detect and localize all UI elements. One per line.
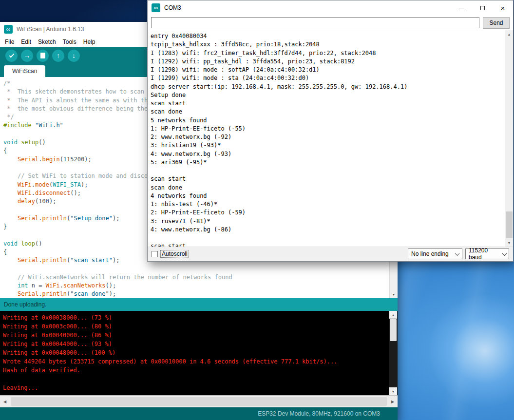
code-line: // WiFi.scanNetworks will return the num…: [3, 273, 386, 282]
arduino-logo-icon: ∞: [152, 3, 160, 12]
wallpaper-light-flare: [429, 295, 514, 407]
check-icon: [9, 52, 14, 57]
serial-scrollbar-thumb[interactable]: [506, 211, 513, 238]
line-ending-value: No line ending: [411, 250, 449, 257]
scroll-down-icon[interactable]: ▼: [389, 387, 397, 395]
open-sketch-button[interactable]: ↑: [52, 50, 64, 62]
code-line: [3, 265, 386, 273]
save-sketch-button[interactable]: ↓: [68, 50, 80, 62]
screen: ∞ WiFiScan | Arduino 1.6.13 FileEditSket…: [0, 0, 514, 420]
minimize-button[interactable]: [452, 0, 472, 15]
console-output-text: Writing at 0x00038000... (73 %) Writing …: [0, 311, 398, 392]
board-port-status: ESP32 Dev Module, 80MHz, 921600 on COM3: [258, 410, 380, 417]
chevron-down-icon: [502, 251, 507, 256]
scroll-down-icon[interactable]: ▼: [505, 239, 513, 247]
serial-output-text: entry 0x40080034 tcpip_task_hdlxxx : 3ff…: [148, 30, 513, 247]
baud-rate-value: 115200 baud: [469, 247, 500, 261]
scroll-right-icon[interactable]: ▶: [388, 396, 398, 407]
serial-titlebar[interactable]: ∞ COM3 ×: [148, 0, 513, 15]
status-message: Done uploading.: [4, 301, 46, 308]
scroll-up-icon[interactable]: ▲: [505, 30, 513, 38]
tab-wifiscan[interactable]: WiFiScan: [4, 65, 45, 77]
autoscroll-checkbox[interactable]: [152, 251, 158, 257]
arduino-logo-icon: ∞: [4, 25, 13, 34]
baud-rate-dropdown[interactable]: 115200 baud: [465, 248, 509, 259]
serial-send-input[interactable]: [151, 17, 479, 28]
menu-sketch[interactable]: Sketch: [35, 38, 59, 45]
chevron-down-icon: [455, 251, 460, 256]
code-line: Serial.println("scan done");: [3, 290, 386, 298]
menu-help[interactable]: Help: [80, 38, 99, 45]
autoscroll-label[interactable]: Autoscroll: [161, 250, 189, 257]
serial-scrollbar[interactable]: ▲ ▼: [505, 30, 513, 247]
menu-edit[interactable]: Edit: [18, 38, 35, 45]
scroll-left-icon[interactable]: ◀: [0, 396, 10, 407]
scroll-up-icon[interactable]: ▲: [389, 311, 397, 319]
maximize-button[interactable]: [472, 0, 493, 15]
right-arrow-icon: →: [24, 52, 31, 59]
close-button[interactable]: ×: [493, 0, 513, 15]
maximize-icon: [480, 6, 485, 10]
scroll-down-icon[interactable]: ▼: [390, 290, 398, 298]
ide-bottom-bar: ESP32 Dev Module, 80MHz, 921600 on COM3: [0, 407, 398, 420]
verify-button[interactable]: [5, 50, 18, 62]
ide-window-title: WiFiScan | Arduino 1.6.13: [17, 26, 84, 33]
hscroll-thumb[interactable]: [11, 397, 387, 406]
upload-button[interactable]: →: [21, 50, 33, 62]
ide-status-bar: Done uploading.: [0, 298, 398, 311]
serial-monitor-window: ∞ COM3 × Send entry 0x40080034 tcpip_tas…: [147, 0, 514, 262]
line-ending-dropdown[interactable]: No line ending: [408, 248, 462, 259]
new-sketch-button[interactable]: [37, 50, 49, 62]
code-line: int n = WiFi.scanNetworks();: [3, 282, 386, 290]
serial-output-area[interactable]: entry 0x40080034 tcpip_task_hdlxxx : 3ff…: [148, 30, 513, 247]
menu-tools[interactable]: Tools: [59, 38, 80, 45]
console-horizontal-scrollbar[interactable]: ◀ ▶: [0, 395, 398, 407]
serial-input-row: Send: [148, 15, 513, 30]
ide-console[interactable]: Writing at 0x00038000... (73 %) Writing …: [0, 311, 398, 395]
menu-file[interactable]: File: [1, 38, 18, 45]
serial-window-title: COM3: [164, 4, 181, 11]
document-icon: [40, 53, 45, 58]
up-arrow-icon: ↑: [57, 52, 60, 59]
send-button[interactable]: Send: [483, 17, 510, 29]
minimize-icon: [459, 8, 464, 8]
console-scrollbar-thumb[interactable]: [390, 319, 397, 341]
close-icon: ×: [501, 4, 505, 12]
window-controls: ×: [452, 0, 513, 15]
serial-bottom-bar: Autoscroll No line ending 115200 baud: [148, 247, 513, 261]
down-arrow-icon: ↓: [72, 52, 76, 59]
console-scrollbar[interactable]: ▲ ▼: [389, 311, 398, 395]
